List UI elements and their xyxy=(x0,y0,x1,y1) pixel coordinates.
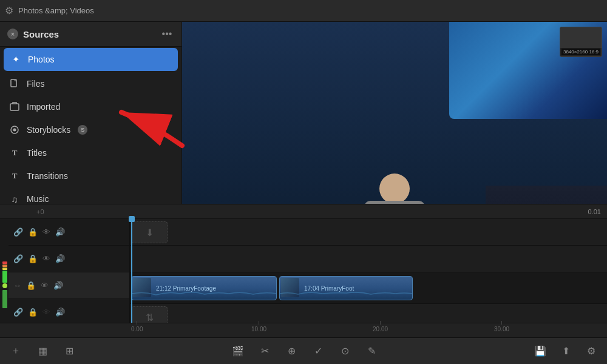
app-title: Photos &amp; Videos xyxy=(18,6,94,15)
imported-icon xyxy=(8,101,21,113)
grid-button[interactable]: ▦ xyxy=(34,343,51,360)
vol-green-high xyxy=(2,271,7,283)
source-item-photos[interactable]: ✦ Photos xyxy=(4,48,178,71)
timeline-timecode-right: 0.01 xyxy=(588,208,601,215)
vol-indicator xyxy=(2,283,7,288)
primary-clip-2[interactable]: 17:04 PrimaryFoot xyxy=(279,276,413,300)
source-item-storyblocks[interactable]: Storyblocks S xyxy=(0,118,181,141)
vol-green-low xyxy=(2,290,7,308)
gear-icon[interactable]: ⚙ xyxy=(5,5,13,16)
eye-icon-1[interactable]: 👁 xyxy=(42,228,50,237)
bottom-center: 🎬 ✂ ⊕ ✓ ⊙ ✎ xyxy=(229,343,380,360)
add-button[interactable]: ＋ xyxy=(7,343,24,360)
placeholder-icon-1: ⬇ xyxy=(146,227,154,238)
track-controls: 🔗 🔒 👁 🔊 🔗 🔒 👁 🔊 ↔ 🔒 👁 🔊 🔗 🔒 👁 xyxy=(8,219,130,323)
svg-point-3 xyxy=(13,129,16,132)
source-label-storyblocks: Storyblocks xyxy=(27,125,70,135)
tiles-button[interactable]: ⊞ xyxy=(61,343,78,360)
source-label-photos: Photos xyxy=(28,55,55,64)
arrow-icon-3[interactable]: ↔ xyxy=(13,281,21,290)
placeholder-clip-1[interactable]: ⬇ xyxy=(131,221,168,243)
storyblocks-badge: S xyxy=(78,125,87,135)
audio-icon-4[interactable]: 🔊 xyxy=(55,308,65,317)
volume-bar xyxy=(2,234,7,308)
titles-icon: T xyxy=(8,147,21,159)
timeline-start: +0 xyxy=(36,208,44,215)
playhead-head xyxy=(129,216,135,222)
lock-icon-4[interactable]: 🔒 xyxy=(28,308,38,317)
waveform-2 xyxy=(280,290,413,297)
ruler-label-2: 20.00 xyxy=(373,326,388,332)
cut-button[interactable]: ✂ xyxy=(256,343,273,360)
primary-clip-1[interactable]: 21:12 PrimaryFootage xyxy=(131,276,277,300)
playhead[interactable] xyxy=(131,219,132,323)
eye-icon-2[interactable]: 👁 xyxy=(42,254,50,263)
circle-button[interactable]: ⊙ xyxy=(336,343,353,360)
thumb-image xyxy=(560,27,602,48)
track-content: ⬇ 21:12 PrimaryFootage xyxy=(130,219,607,323)
track-control-2: 🔗 🔒 👁 🔊 xyxy=(8,246,129,272)
bottom-left: ＋ ▦ ⊞ xyxy=(7,343,78,360)
ruler-tick-2 xyxy=(380,321,381,325)
link-icon-2[interactable]: 🔗 xyxy=(13,254,23,263)
sources-menu-button[interactable]: ••• xyxy=(160,27,174,41)
source-label-music: Music xyxy=(27,194,49,204)
source-label-transitions: Transitions xyxy=(27,171,68,181)
sources-header: × Sources ••• xyxy=(0,22,181,47)
timeline-header: +0 0.01 xyxy=(0,204,607,219)
source-label-files: Files xyxy=(27,79,45,89)
vol-red xyxy=(2,261,7,264)
ruler-label-3: 30.00 xyxy=(494,326,509,332)
track-row-1: ⬇ xyxy=(130,219,607,246)
eye-icon-4: 👁 xyxy=(42,308,50,317)
storyblocks-icon xyxy=(8,124,21,136)
files-icon xyxy=(8,78,21,90)
audio-icon-3[interactable]: 🔊 xyxy=(53,281,63,290)
track-row-3: 21:12 PrimaryFootage 17:04 PrimaryFoot xyxy=(130,272,607,304)
svg-rect-1 xyxy=(10,104,19,110)
track-control-1: 🔗 🔒 👁 🔊 xyxy=(8,219,129,246)
settings-button[interactable]: ⚙ xyxy=(583,343,600,360)
vol-yellow xyxy=(2,268,7,270)
ruler-label-0: 0.00 xyxy=(131,326,143,332)
ruler-tick-3 xyxy=(501,321,502,325)
source-item-titles[interactable]: T Titles xyxy=(0,141,181,164)
track-row-2 xyxy=(130,246,607,272)
source-item-transitions[interactable]: T Transitions xyxy=(0,164,181,187)
transitions-icon: T xyxy=(8,170,21,182)
sources-close-button[interactable]: × xyxy=(7,29,18,39)
lock-icon-1[interactable]: 🔒 xyxy=(28,228,38,237)
lock-icon-3[interactable]: 🔒 xyxy=(26,281,36,290)
source-item-imported[interactable]: Imported xyxy=(0,95,181,118)
ruler-tick-1 xyxy=(259,321,259,325)
thumbnail-label: 3840×2160 16:9 xyxy=(561,49,600,55)
ruler-mark-0: 0.00 xyxy=(131,321,143,332)
clip-button[interactable]: 🎬 xyxy=(229,343,246,360)
eye-icon-3[interactable]: 👁 xyxy=(41,281,49,290)
music-icon: ♫ xyxy=(8,193,21,205)
ruler-mark-2: 20.00 xyxy=(373,321,388,332)
track-control-4: 🔗 🔒 👁 🔊 xyxy=(8,299,129,326)
lock-icon-2[interactable]: 🔒 xyxy=(28,254,38,263)
link-icon-1[interactable]: 🔗 xyxy=(13,228,23,237)
pen-button[interactable]: ✎ xyxy=(363,343,380,360)
sources-header-left: × Sources xyxy=(7,29,59,39)
audio-icon-2[interactable]: 🔊 xyxy=(55,254,65,263)
source-label-imported: Imported xyxy=(27,102,60,112)
select-button[interactable]: ✓ xyxy=(310,343,327,360)
person-head xyxy=(379,174,410,204)
placeholder-icon-4: ⇅ xyxy=(146,312,154,323)
bottom-toolbar: ＋ ▦ ⊞ 🎬 ✂ ⊕ ✓ ⊙ ✎ 💾 ⬆ ⚙ xyxy=(0,337,607,364)
audio-icon-1[interactable]: 🔊 xyxy=(55,228,65,237)
source-item-files[interactable]: Files xyxy=(0,72,181,95)
source-label-titles: Titles xyxy=(27,148,47,158)
sources-title: Sources xyxy=(23,29,59,39)
ruler-tick-0 xyxy=(137,321,137,325)
insert-button[interactable]: ⊕ xyxy=(283,343,300,360)
export-button[interactable]: ⬆ xyxy=(557,343,574,360)
vol-orange xyxy=(2,265,7,267)
link-icon-4[interactable]: 🔗 xyxy=(13,308,23,317)
waveform-1 xyxy=(132,290,277,297)
save-button[interactable]: 💾 xyxy=(532,343,549,360)
track-control-3: ↔ 🔒 👁 🔊 xyxy=(8,272,129,299)
